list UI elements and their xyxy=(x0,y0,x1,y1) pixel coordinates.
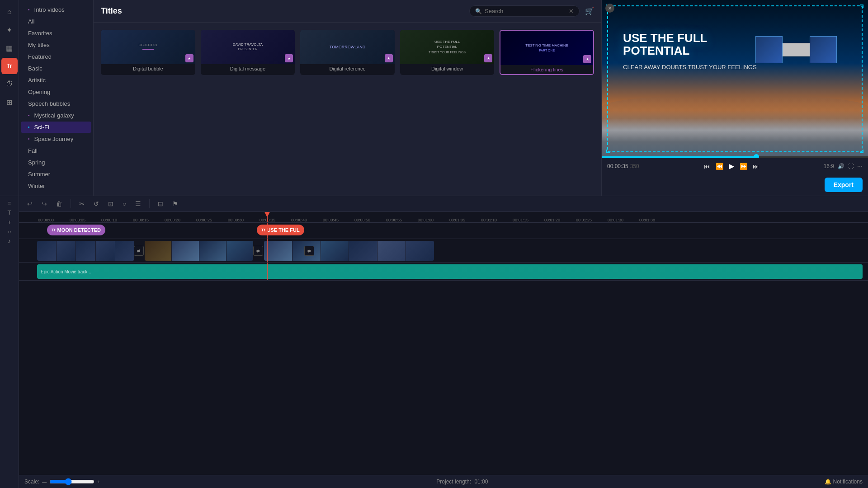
timeline-icon-4[interactable]: ↔ xyxy=(6,228,12,235)
card-flickering-lines[interactable]: TESTING TIME MACHINEPART ONE ★ Flickerin… xyxy=(500,30,594,75)
playback-controls: ⏮ ⏪ ▶ ⏩ ⏭ xyxy=(703,161,760,171)
notifications[interactable]: 🔔 Notifications xyxy=(825,479,863,485)
title-clip-label: MOON DETECTED xyxy=(57,227,101,233)
card-label: Digital message xyxy=(201,64,295,73)
restore-button[interactable]: ↺ xyxy=(91,199,102,209)
play-button[interactable]: ▶ xyxy=(728,161,735,171)
app-container: ⌂ ✦ ▦ Tr ⏱ ⊞ Intro videos All Favorites … xyxy=(0,0,868,488)
track-playhead-3 xyxy=(267,263,268,280)
tracks-container: Tt MOON DETECTED Tt USE THE FUL xyxy=(19,223,868,475)
step-back-button[interactable]: ⏪ xyxy=(715,162,724,171)
crop-button[interactable]: ⊡ xyxy=(105,199,116,209)
export-button[interactable]: Export xyxy=(825,178,863,192)
volume-icon[interactable]: 🔊 xyxy=(838,163,844,169)
sidebar-item-my-titles[interactable]: My titles xyxy=(21,39,91,51)
sidebar-item-summer[interactable]: Summer xyxy=(21,169,91,180)
skip-start-button[interactable]: ⏮ xyxy=(703,162,711,171)
transition-2[interactable]: ⇄ xyxy=(252,241,264,261)
separator xyxy=(71,199,71,208)
title-clip-use[interactable]: Tt USE THE FUL xyxy=(257,225,304,235)
preview-timecode: 00:00:35 xyxy=(607,163,628,169)
preview-panel: USE THE FULL POTENTIAL CLEAR AWAY DOUBTS… xyxy=(601,0,868,196)
preview-controls: 00:00:35 350 ⏮ ⏪ ▶ ⏩ ⏭ 16:9 🔊 ⛶ ⋯ xyxy=(602,158,868,174)
title-clip-moon[interactable]: Tt MOON DETECTED xyxy=(47,225,105,235)
timeline-ruler: 00:00:00 00:00:05 00:00:10 00:00:15 00:0… xyxy=(19,212,868,223)
flag-button[interactable]: ⚑ xyxy=(170,199,181,209)
zoom-in-icon[interactable]: + xyxy=(97,479,100,484)
step-forward-button[interactable]: ⏩ xyxy=(739,162,748,171)
sidebar-item-featured[interactable]: Featured xyxy=(21,51,91,62)
cart-icon[interactable]: 🛒 xyxy=(585,7,594,15)
video-segment-1[interactable] xyxy=(37,241,134,261)
preview-close-button[interactable]: ✕ xyxy=(605,4,614,13)
audio-clip[interactable]: Epic Action Movie track... xyxy=(37,264,863,279)
preview-frame: 350 xyxy=(630,163,639,169)
card-label: Flickering lines xyxy=(500,65,593,74)
video-segment-3[interactable] xyxy=(264,241,434,261)
card-label: Digital reference xyxy=(300,64,395,73)
content-grid: OBJECT.01 ★ Digital bubble DAVID TRAVOLT… xyxy=(94,23,601,82)
sidebar-item-artistic[interactable]: Artistic xyxy=(21,75,91,86)
redo-button[interactable]: ↪ xyxy=(39,199,50,209)
undo-button[interactable]: ↩ xyxy=(24,199,35,209)
scale-slider[interactable] xyxy=(49,478,94,485)
icon-bar: ⌂ ✦ ▦ Tr ⏱ ⊞ xyxy=(0,0,19,196)
ruler-marks: 00:00:00 00:00:05 00:00:10 00:00:15 00:0… xyxy=(38,218,671,222)
sidebar-item-mystical-galaxy[interactable]: Mystical galaxy xyxy=(21,110,91,121)
card-digital-bubble[interactable]: OBJECT.01 ★ Digital bubble xyxy=(101,30,195,75)
sidebar-item-speech-bubbles[interactable]: Speech bubbles xyxy=(21,98,91,109)
sidebar-item-favorites[interactable]: Favorites xyxy=(21,28,91,39)
timeline-icon-5[interactable]: ♪ xyxy=(8,238,11,244)
skip-end-button[interactable]: ⏭ xyxy=(752,162,760,171)
sidebar-item-opening[interactable]: Opening xyxy=(21,86,91,98)
timeline-icon-2[interactable]: T xyxy=(8,209,11,216)
card-label: Digital bubble xyxy=(101,64,195,73)
bell-icon: 🔔 xyxy=(825,479,831,485)
card-digital-window[interactable]: USE THE FULLPOTENTIALTRUST YOUR FEELINGS… xyxy=(400,30,495,75)
aspect-ratio: 16:9 xyxy=(824,163,834,169)
sidebar-item-winter[interactable]: Winter xyxy=(21,180,91,192)
home-icon[interactable]: ⌂ xyxy=(1,4,18,20)
delete-button[interactable]: 🗑 xyxy=(53,199,65,209)
magic-icon[interactable]: ✦ xyxy=(1,22,18,38)
video-track: ⇄ ⇄ xyxy=(19,239,868,263)
export-area: Export xyxy=(602,174,868,196)
more-options-icon[interactable]: ⋯ xyxy=(857,163,863,169)
premium-badge: ★ xyxy=(583,55,591,63)
search-bar[interactable]: 🔍 ✕ xyxy=(469,5,580,17)
card-digital-reference[interactable]: TOMORROWLAND ★ Digital reference xyxy=(300,30,395,75)
sidebar-item-space-journey[interactable]: Space Journey xyxy=(21,133,91,145)
timeline-icon-1[interactable]: ≡ xyxy=(8,200,11,206)
grid-icon[interactable]: ⊞ xyxy=(1,94,18,110)
premium-badge: ★ xyxy=(285,54,293,62)
card-digital-message[interactable]: DAVID TRAVOLTAPRESENTER ★ Digital messag… xyxy=(201,30,295,75)
clock-icon[interactable]: ⏱ xyxy=(1,76,18,92)
sidebar-item-all[interactable]: All xyxy=(21,16,91,27)
screen-button[interactable]: ⊟ xyxy=(155,199,166,209)
sidebar-item-fall[interactable]: Fall xyxy=(21,145,91,156)
zoom-out-icon[interactable]: — xyxy=(42,479,47,484)
sidebar-item-sci-fi[interactable]: Sci-Fi xyxy=(21,122,91,133)
cut-button[interactable]: ✂ xyxy=(76,199,87,209)
sidebar-item-intro-videos[interactable]: Intro videos xyxy=(21,4,91,15)
audio-track: Epic Action Movie track... xyxy=(19,263,868,281)
fullscreen-icon[interactable]: ⛶ xyxy=(848,163,854,169)
timeline-icon-3[interactable]: + xyxy=(8,219,11,225)
media-icon[interactable]: ▦ xyxy=(1,40,18,56)
loop-button[interactable]: ○ xyxy=(120,199,129,209)
scrubber-handle[interactable] xyxy=(754,154,759,158)
clear-search-icon[interactable]: ✕ xyxy=(569,8,574,14)
card-thumbnail: DAVID TRAVOLTAPRESENTER ★ xyxy=(201,30,295,64)
sidebar-item-spring[interactable]: Spring xyxy=(21,157,91,168)
video-segment-2[interactable] xyxy=(145,241,253,261)
sidebar: Intro videos All Favorites My titles Fea… xyxy=(19,0,94,196)
search-input[interactable] xyxy=(485,8,566,14)
track-playhead-2 xyxy=(267,239,268,262)
avatar-icon[interactable]: Tr xyxy=(1,58,18,74)
scale-control: Scale: — + xyxy=(24,478,100,485)
transition-3[interactable]: ⇄ xyxy=(303,241,315,261)
card-thumbnail: USE THE FULLPOTENTIALTRUST YOUR FEELINGS… xyxy=(400,30,495,64)
sidebar-item-basic[interactable]: Basic xyxy=(21,63,91,74)
list-button[interactable]: ☰ xyxy=(132,199,144,209)
transition-1[interactable]: ⇄ xyxy=(133,241,145,261)
